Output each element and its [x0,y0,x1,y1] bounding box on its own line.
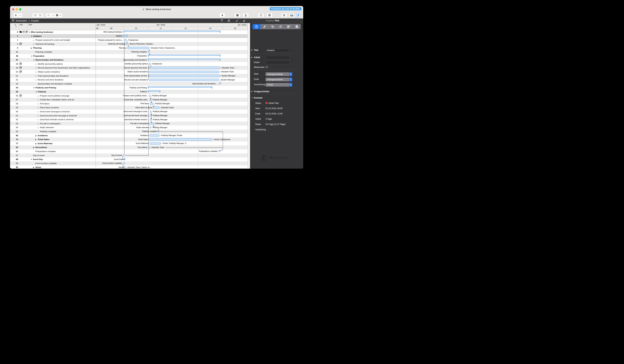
disclosure-triangle-icon[interactable]: ▼ [35,90,38,94]
gantt-task-bar[interactable] [149,63,150,65]
settings-wrench-button[interactable] [243,19,246,23]
sync-button[interactable] [258,13,264,17]
gantt-task-bar[interactable] [150,110,151,113]
quarter-header-cell[interactable]: Q4 / 2018 [124,23,198,26]
disclosure-triangle-icon[interactable]: ▶ [31,46,33,50]
gantt-task-bar[interactable] [126,43,128,45]
gantt-task-bar[interactable] [150,118,151,121]
disclosure-triangle-icon[interactable]: ▶ [35,138,38,142]
disclosure-triangle-icon[interactable]: ▷ [38,102,40,106]
disclosure-triangle-icon[interactable]: ▷ [38,122,40,126]
disclosure-icon[interactable]: ▶ [251,91,253,92]
month-header-cell[interactable]: 08 [96,26,99,30]
tab-elements[interactable] [285,24,293,29]
vertical-scrollbar[interactable] [248,23,250,169]
gantt-task-bar[interactable] [150,103,153,105]
disclosure-triangle-icon[interactable]: ▷ [38,110,40,114]
quick-action-button[interactable] [219,13,225,17]
table-row[interactable]: 45Planning complete [10,50,248,54]
gantt-summary-bar[interactable] [148,59,221,60]
gantt-task-bar[interactable] [124,166,125,168]
gantt-task-bar[interactable] [150,134,159,137]
network-button[interactable] [266,13,272,17]
disclosure-triangle-icon[interactable]: ▷ [35,62,38,66]
disclosure-triangle-icon[interactable]: ▶ [33,165,35,169]
disclosure-triangle-icon[interactable]: ▷ [35,70,38,74]
month-header-cell[interactable]: 10 [124,26,148,30]
gantt-task-bar[interactable] [149,71,219,73]
month-header-cell[interactable]: 12 [173,26,198,30]
gantt-task-bar[interactable] [150,126,151,129]
disclosure-triangle-icon[interactable]: ▶ [35,134,38,138]
table-row[interactable]: 1▼Initiation [10,34,248,38]
disclosure-icon[interactable]: ▶ [251,49,253,51]
table-row[interactable]: 64▷Radio interview [10,126,248,130]
attach-button[interactable] [46,13,51,17]
disclosure-triangle-icon[interactable]: ▷ [38,126,40,130]
meilenstein-checkbox[interactable] [265,66,268,68]
dauer-input[interactable] [265,61,290,64]
disclosure-triangle-icon[interactable]: ▷ [33,38,35,42]
disclosure-triangle-icon[interactable]: ▷ [33,42,35,46]
column-num[interactable]: # [15,24,16,26]
outdent-button[interactable] [38,13,43,17]
disclosure-triangle-icon[interactable]: ▶ [33,146,35,150]
gantt-task-bar[interactable] [150,67,220,69]
tab-plan[interactable] [253,24,260,29]
table-row[interactable]: 63▷Put ads in newspapers [10,122,248,126]
table-row[interactable]: 77▶Event Materials [10,142,248,146]
gantt-task-bar[interactable] [149,138,212,141]
disclosure-triangle-icon[interactable]: ▷ [35,66,38,70]
breadcrumb-section[interactable]: Eingabe [31,20,39,22]
month-header-cell[interactable]: 11 [148,26,173,30]
disclosure-triangle-icon[interactable]: ▷ [38,118,40,122]
disclosure-triangle-icon[interactable]: ▼ [28,30,31,34]
disclosure-triangle-icon[interactable]: ▶ [35,142,38,146]
table-row[interactable]: 59▷Place flyers at stores [10,105,248,110]
outline-options-button[interactable] [228,19,231,23]
toggle-right-panel-button[interactable] [295,13,300,17]
month-header-cell[interactable]: 09 [99,26,124,30]
quarter-header-cell[interactable]: Q1 / 2019 [198,23,248,26]
disclosure-triangle-icon[interactable]: ▷ [38,98,40,102]
gantt-task-bar[interactable] [150,123,153,125]
pane-separator[interactable] [96,23,96,169]
disclosure-triangle-icon[interactable]: ▼ [31,34,33,38]
gantt-task-bar[interactable] [154,106,159,109]
tools-button[interactable] [281,13,287,17]
column-titel[interactable]: Titel [28,24,32,26]
gantt-task-bar[interactable] [148,146,150,149]
disclosure-icon[interactable]: ▶ [251,56,253,58]
gantt-summary-bar[interactable] [123,31,221,32]
gantt-task-bar[interactable] [150,142,161,145]
column-info[interactable]: Info [20,24,23,26]
resources-button[interactable] [243,13,249,17]
ende-select[interactable]: Uneingeschränkt [265,78,292,81]
ausrichtung-select[interactable]: ↳Früh [265,83,292,87]
indent-button[interactable] [32,13,38,17]
gantt-summary-bar[interactable] [148,90,160,92]
titel-input[interactable] [265,49,290,52]
filter-button[interactable] [221,19,223,23]
tab-costs[interactable]: $ [268,24,277,29]
tab-notes[interactable] [293,24,301,29]
gantt-task-bar[interactable] [150,75,220,77]
month-header-cell[interactable]: 02 [223,26,248,30]
license-badge[interactable]: Kostenlos bis zum 27.02.2021 [270,7,301,10]
table-row[interactable]: 66▶Invitations [10,134,248,138]
gantt-task-bar[interactable] [149,95,150,97]
disclosure-triangle-icon[interactable]: ▼ [33,86,35,90]
quarter-header-cell[interactable]: Q3 / 2018 [96,23,124,26]
disclosure-triangle-icon[interactable]: ▷ [38,94,40,98]
gantt-task-bar[interactable] [127,47,149,49]
table-row[interactable]: 58▷Print flyers [10,102,248,106]
disclosure-triangle-icon[interactable]: ▷ [38,106,40,110]
gantt-task-bar[interactable] [124,39,127,41]
library-button[interactable] [234,13,240,17]
add-button[interactable] [13,13,18,17]
disclosure-icon[interactable]: ▼ [251,97,253,99]
table-row[interactable]: 88▼Event Day [10,157,248,161]
disclosure-triangle-icon[interactable]: ▷ [35,74,38,78]
add-options-button[interactable] [18,13,22,17]
table-row[interactable]: 89Event location available [10,161,248,165]
